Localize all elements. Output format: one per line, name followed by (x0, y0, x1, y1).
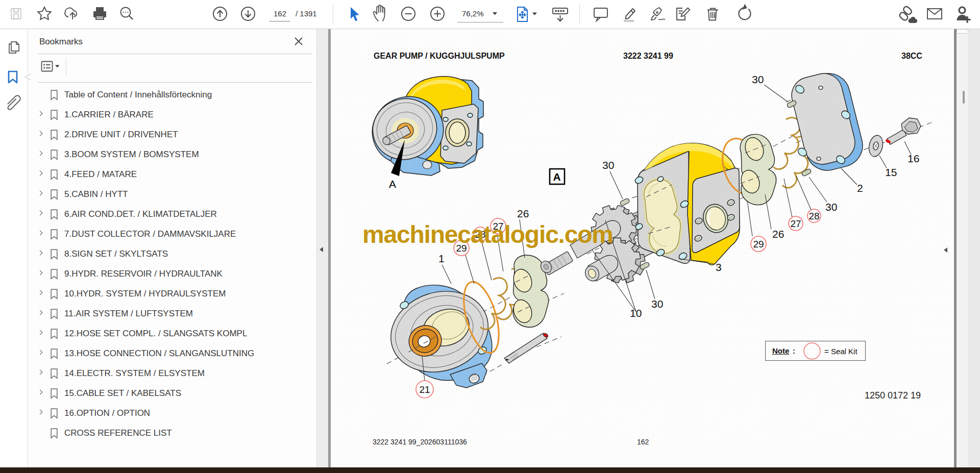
svg-text:27: 27 (790, 218, 801, 229)
svg-text:15: 15 (885, 166, 897, 178)
svg-text:30: 30 (825, 201, 837, 213)
svg-text:26: 26 (517, 208, 529, 219)
svg-text:30: 30 (752, 73, 764, 85)
svg-text:A: A (553, 171, 560, 183)
svg-text:16: 16 (908, 153, 919, 164)
svg-text:21: 21 (419, 384, 430, 395)
svg-text:10: 10 (630, 307, 642, 319)
svg-text:2: 2 (857, 182, 863, 194)
svg-text:162: 162 (274, 9, 286, 18)
svg-text:28: 28 (808, 211, 819, 221)
svg-text:76,2%: 76,2% (462, 9, 484, 18)
svg-text:1: 1 (438, 253, 445, 264)
svg-text:26: 26 (772, 228, 784, 240)
svg-text:30: 30 (651, 298, 663, 310)
svg-text:3: 3 (716, 261, 722, 273)
svg-text:A: A (389, 178, 396, 190)
svg-text:29: 29 (753, 239, 764, 250)
svg-text:30: 30 (602, 159, 614, 171)
svg-text:/ 1391: / 1391 (296, 9, 317, 18)
